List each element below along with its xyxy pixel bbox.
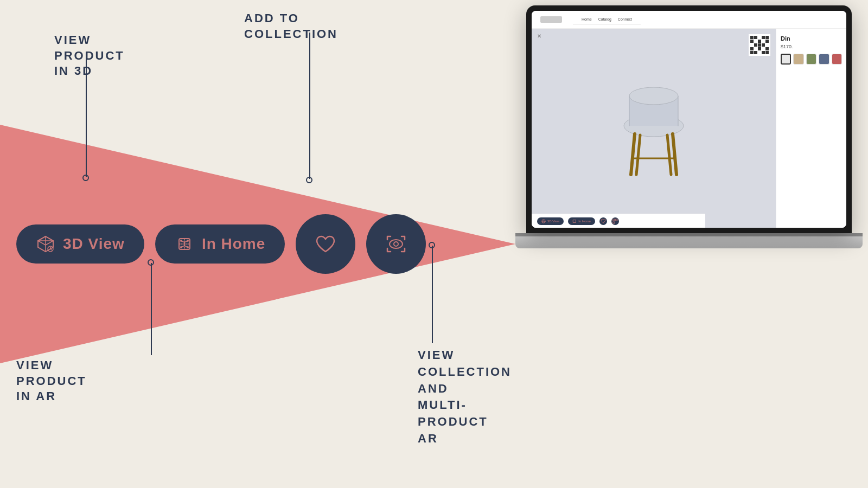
swatch-red[interactable] <box>832 54 842 65</box>
screen-logo <box>540 16 562 23</box>
annotation-ar-label: VIEW PRODUCT IN AR <box>16 358 87 404</box>
ar-box-icon <box>175 234 194 254</box>
nav-link-connect: Connect <box>618 17 632 21</box>
annotation-collection-line <box>309 33 310 179</box>
cube-rotate-icon <box>36 234 55 254</box>
annotation-3d-line <box>86 52 87 177</box>
svg-rect-19 <box>573 220 576 223</box>
screen-nav-links: Home Catalog Connect <box>573 14 641 25</box>
screen-product-view: ✕ <box>532 29 776 228</box>
svg-point-9 <box>390 240 403 248</box>
screen-3d-btn[interactable]: 3D View <box>537 217 564 225</box>
laptop-base <box>515 236 863 248</box>
svg-point-7 <box>180 246 182 248</box>
annotation-3d-label: VIEW PRODUCT IN 3D <box>54 33 125 79</box>
svg-point-10 <box>394 242 398 246</box>
screen-product-title: Din <box>781 35 842 42</box>
svg-line-14 <box>673 134 676 175</box>
chair-illustration <box>610 74 697 183</box>
add-collection-button[interactable] <box>296 214 355 274</box>
svg-point-6 <box>187 240 189 242</box>
in-home-label: In Home <box>202 235 265 253</box>
screen-3d-label: 3D View <box>547 220 559 223</box>
svg-rect-20 <box>613 219 615 221</box>
screen-main-content: ✕ <box>532 29 846 228</box>
screen-heart-btn[interactable] <box>599 217 607 225</box>
view-collection-button[interactable] <box>366 214 426 274</box>
svg-line-16 <box>667 135 671 175</box>
heart-icon <box>314 232 337 256</box>
screen-inhome-label: In Home <box>578 220 591 223</box>
annotation-ar-line <box>151 263 152 355</box>
nav-link-home: Home <box>582 17 592 21</box>
screen-scan-btn[interactable] <box>611 217 619 225</box>
laptop-screen: Home Catalog Connect ✕ <box>532 11 846 228</box>
annotation-collection-label: ADD TO COLLECTION <box>244 11 338 42</box>
screen-nav: Home Catalog Connect <box>532 11 846 29</box>
eye-scan-icon <box>384 232 408 256</box>
3d-view-button[interactable]: 3D View <box>16 224 144 264</box>
annotation-3d-dot <box>82 175 89 181</box>
annotation-multi-ar-dot <box>429 242 435 248</box>
screen-bottom-bar: 3D View In Home <box>532 214 705 228</box>
svg-line-15 <box>636 135 640 175</box>
nav-link-catalog: Catalog <box>598 17 611 21</box>
svg-point-12 <box>629 87 678 105</box>
svg-point-5 <box>180 240 182 242</box>
swatch-white[interactable] <box>781 54 791 65</box>
screen-color-swatches <box>781 54 842 65</box>
feature-buttons-container: 3D View In Home <box>16 214 426 274</box>
3d-view-label: 3D View <box>63 235 125 253</box>
screen-sidebar: Din $170. <box>776 29 846 228</box>
swatch-tan[interactable] <box>793 54 803 65</box>
annotation-multi-ar-line <box>432 246 433 343</box>
screen-close-button[interactable]: ✕ <box>537 33 541 39</box>
svg-rect-21 <box>616 219 617 221</box>
screen-product-price: $170. <box>781 44 842 49</box>
swatch-blue[interactable] <box>819 54 829 65</box>
swatch-green[interactable] <box>806 54 816 65</box>
annotation-multi-ar-label: VIEW COLLECTION ANDMULTI-PRODUCT AR <box>418 347 512 447</box>
screen-inhome-btn[interactable]: In Home <box>568 217 595 225</box>
annotation-ar-dot <box>148 259 154 266</box>
laptop-screen-body: Home Catalog Connect ✕ <box>526 5 852 233</box>
svg-line-13 <box>631 134 635 175</box>
in-home-button[interactable]: In Home <box>155 224 285 264</box>
svg-rect-22 <box>613 222 615 223</box>
laptop-mockup: Home Catalog Connect ✕ <box>526 5 868 266</box>
svg-point-8 <box>187 246 189 248</box>
annotation-collection-dot <box>306 177 312 183</box>
screen-qr-code <box>749 34 770 56</box>
